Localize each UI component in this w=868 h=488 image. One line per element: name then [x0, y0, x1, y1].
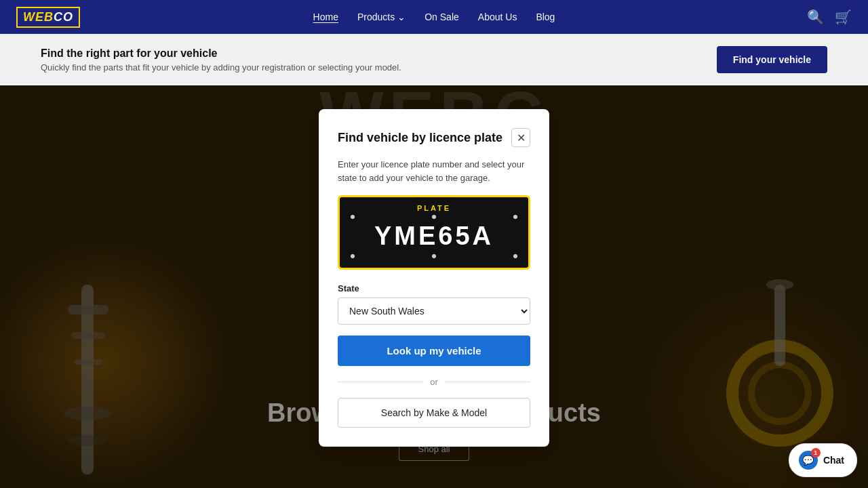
licence-plate-display: PLATE YME65A [338, 195, 530, 270]
plate-number: YME65A [351, 220, 517, 251]
or-text: or [430, 377, 438, 387]
close-button[interactable]: ✕ [511, 128, 530, 147]
dot-bl [351, 254, 355, 258]
dot-bm [432, 254, 436, 258]
chat-label: Chat [823, 455, 844, 466]
plate-bottom-dots [351, 254, 517, 258]
hero-section: WEBC & S Browse our latest [0, 68, 868, 488]
make-model-button[interactable]: Search by Make & Model [338, 398, 530, 428]
modal-overlay: Find vehicle by licence plate ✕ Enter yo… [0, 68, 868, 488]
nav-blog[interactable]: Blog [536, 12, 555, 22]
plate-label: PLATE [351, 204, 517, 212]
modal-description: Enter your licence plate number and sele… [338, 158, 530, 184]
nav-aboutus[interactable]: About Us [478, 12, 517, 22]
nav-products[interactable]: Products ⌄ [357, 12, 406, 22]
or-divider: or [338, 377, 530, 387]
banner-heading: Find the right part for your vehicle [41, 47, 401, 60]
nav-links: Home Products ⌄ On Sale About Us Blog [313, 12, 555, 22]
chat-icon: 💬 1 [799, 451, 818, 470]
nav-home[interactable]: Home [313, 12, 338, 22]
dot-tm [432, 215, 436, 219]
state-select[interactable]: New South Wales Victoria Queensland Sout… [338, 298, 530, 325]
banner-text: Find the right part for your vehicle Qui… [41, 47, 401, 73]
lookup-vehicle-button[interactable]: Look up my vehicle [338, 336, 530, 366]
dot-tl [351, 215, 355, 219]
logo-text: WEBCO [23, 10, 73, 24]
close-icon: ✕ [517, 131, 526, 144]
modal-header: Find vehicle by licence plate ✕ [338, 128, 530, 147]
navbar-icons: 🔍 🛒 [807, 9, 852, 25]
search-icon[interactable]: 🔍 [807, 9, 824, 25]
dot-br [513, 254, 517, 258]
navbar: WEBCO Home Products ⌄ On Sale About Us B… [0, 0, 868, 34]
chevron-down-icon: ⌄ [397, 12, 406, 22]
chat-button[interactable]: 💬 1 Chat [789, 443, 857, 477]
nav-onsale[interactable]: On Sale [425, 12, 459, 22]
dot-tr [513, 215, 517, 219]
divider-line-right [445, 382, 530, 382]
banner-description: Quickly find the parts that fit your veh… [41, 62, 401, 73]
chat-badge: 1 [811, 448, 821, 458]
state-label: State [338, 283, 530, 293]
divider-line-left [338, 382, 423, 382]
licence-plate-modal: Find vehicle by licence plate ✕ Enter yo… [319, 109, 549, 447]
plate-top-dots [351, 215, 517, 219]
cart-icon[interactable]: 🛒 [835, 9, 852, 25]
vehicle-banner: Find the right part for your vehicle Qui… [0, 34, 868, 85]
modal-title: Find vehicle by licence plate [338, 131, 502, 145]
find-vehicle-button[interactable]: Find your vehicle [717, 46, 827, 73]
logo[interactable]: WEBCO [16, 7, 80, 28]
